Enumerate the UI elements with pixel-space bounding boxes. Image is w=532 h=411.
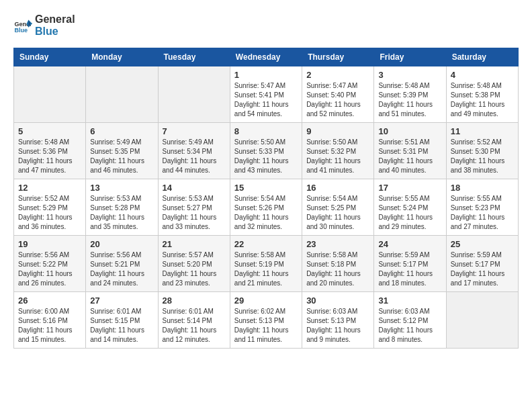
calendar-week-row: 12Sunrise: 5:52 AM Sunset: 5:29 PM Dayli… [14, 179, 519, 236]
day-content: Sunrise: 5:58 AM Sunset: 5:18 PM Dayligh… [306, 250, 369, 288]
day-number: 4 [451, 70, 514, 80]
day-number: 7 [163, 126, 226, 136]
calendar-table: SundayMondayTuesdayWednesdayThursdayFrid… [13, 48, 519, 349]
calendar-cell-empty [158, 66, 230, 123]
calendar-cell-day-23: 23Sunrise: 5:58 AM Sunset: 5:18 PM Dayli… [302, 236, 374, 292]
calendar-cell-day-4: 4Sunrise: 5:48 AM Sunset: 5:38 PM Daylig… [446, 66, 518, 123]
calendar-cell-day-28: 28Sunrise: 6:01 AM Sunset: 5:14 PM Dayli… [158, 292, 230, 349]
day-number: 29 [234, 295, 298, 306]
calendar-cell-empty [446, 292, 518, 349]
calendar-cell-day-25: 25Sunrise: 5:59 AM Sunset: 5:17 PM Dayli… [446, 236, 518, 292]
day-content: Sunrise: 5:53 AM Sunset: 5:28 PM Dayligh… [90, 194, 153, 232]
day-content: Sunrise: 5:49 AM Sunset: 5:35 PM Dayligh… [90, 138, 153, 175]
weekday-header-saturday: Saturday [446, 48, 518, 66]
day-content: Sunrise: 5:59 AM Sunset: 5:17 PM Dayligh… [378, 250, 441, 288]
weekday-header-friday: Friday [374, 48, 446, 66]
day-content: Sunrise: 5:55 AM Sunset: 5:24 PM Dayligh… [378, 194, 441, 232]
day-content: Sunrise: 5:57 AM Sunset: 5:20 PM Dayligh… [163, 250, 226, 288]
calendar-cell-day-29: 29Sunrise: 6:02 AM Sunset: 5:13 PM Dayli… [230, 292, 302, 349]
day-number: 21 [163, 239, 226, 249]
day-content: Sunrise: 5:47 AM Sunset: 5:40 PM Dayligh… [306, 81, 369, 119]
day-content: Sunrise: 6:03 AM Sunset: 5:13 PM Dayligh… [306, 307, 369, 345]
logo: General Blue General Blue [13, 13, 75, 37]
calendar-cell-day-15: 15Sunrise: 5:54 AM Sunset: 5:26 PM Dayli… [230, 179, 302, 236]
weekday-header-monday: Monday [86, 48, 158, 66]
day-number: 25 [451, 239, 514, 249]
weekday-header-sunday: Sunday [14, 48, 86, 66]
day-content: Sunrise: 5:52 AM Sunset: 5:29 PM Dayligh… [18, 194, 81, 232]
calendar-cell-day-11: 11Sunrise: 5:52 AM Sunset: 5:30 PM Dayli… [446, 123, 518, 179]
day-number: 30 [306, 295, 369, 306]
day-number: 10 [378, 126, 441, 136]
day-number: 5 [18, 126, 81, 136]
day-content: Sunrise: 6:01 AM Sunset: 5:14 PM Dayligh… [163, 307, 226, 345]
calendar-cell-day-16: 16Sunrise: 5:54 AM Sunset: 5:25 PM Dayli… [302, 179, 374, 236]
calendar-cell-empty [86, 66, 158, 123]
day-content: Sunrise: 5:54 AM Sunset: 5:25 PM Dayligh… [306, 194, 369, 232]
calendar-cell-day-20: 20Sunrise: 5:56 AM Sunset: 5:21 PM Dayli… [86, 236, 158, 292]
day-number: 23 [306, 239, 369, 249]
calendar-cell-day-22: 22Sunrise: 5:58 AM Sunset: 5:19 PM Dayli… [230, 236, 302, 292]
calendar-cell-day-19: 19Sunrise: 5:56 AM Sunset: 5:22 PM Dayli… [14, 236, 86, 292]
day-content: Sunrise: 6:00 AM Sunset: 5:16 PM Dayligh… [18, 307, 81, 345]
weekday-header-tuesday: Tuesday [158, 48, 230, 66]
calendar-week-row: 1Sunrise: 5:47 AM Sunset: 5:41 PM Daylig… [14, 66, 519, 123]
day-number: 26 [18, 295, 81, 306]
weekday-header-thursday: Thursday [302, 48, 374, 66]
day-number: 9 [306, 126, 369, 136]
calendar-cell-day-18: 18Sunrise: 5:55 AM Sunset: 5:23 PM Dayli… [446, 179, 518, 236]
day-number: 15 [234, 183, 298, 193]
calendar-cell-empty [14, 66, 86, 123]
day-content: Sunrise: 5:49 AM Sunset: 5:34 PM Dayligh… [163, 138, 226, 175]
calendar-cell-day-21: 21Sunrise: 5:57 AM Sunset: 5:20 PM Dayli… [158, 236, 230, 292]
day-number: 14 [163, 183, 226, 193]
calendar-cell-day-3: 3Sunrise: 5:48 AM Sunset: 5:39 PM Daylig… [374, 66, 446, 123]
calendar-cell-day-31: 31Sunrise: 6:03 AM Sunset: 5:12 PM Dayli… [374, 292, 446, 349]
calendar-cell-day-1: 1Sunrise: 5:47 AM Sunset: 5:41 PM Daylig… [230, 66, 302, 123]
day-number: 22 [234, 239, 298, 249]
calendar-header-row: SundayMondayTuesdayWednesdayThursdayFrid… [14, 48, 519, 66]
calendar-cell-day-13: 13Sunrise: 5:53 AM Sunset: 5:28 PM Dayli… [86, 179, 158, 236]
calendar-cell-day-14: 14Sunrise: 5:53 AM Sunset: 5:27 PM Dayli… [158, 179, 230, 236]
day-number: 2 [306, 70, 369, 80]
calendar-cell-day-12: 12Sunrise: 5:52 AM Sunset: 5:29 PM Dayli… [14, 179, 86, 236]
calendar-cell-day-8: 8Sunrise: 5:50 AM Sunset: 5:33 PM Daylig… [230, 123, 302, 179]
calendar-cell-day-30: 30Sunrise: 6:03 AM Sunset: 5:13 PM Dayli… [302, 292, 374, 349]
day-number: 6 [90, 126, 153, 136]
day-content: Sunrise: 5:56 AM Sunset: 5:22 PM Dayligh… [18, 250, 81, 288]
calendar-cell-day-5: 5Sunrise: 5:48 AM Sunset: 5:36 PM Daylig… [14, 123, 86, 179]
day-content: Sunrise: 5:53 AM Sunset: 5:27 PM Dayligh… [163, 194, 226, 232]
calendar-cell-day-9: 9Sunrise: 5:50 AM Sunset: 5:32 PM Daylig… [302, 123, 374, 179]
day-number: 20 [90, 239, 153, 249]
day-content: Sunrise: 5:56 AM Sunset: 5:21 PM Dayligh… [90, 250, 153, 288]
day-content: Sunrise: 5:58 AM Sunset: 5:19 PM Dayligh… [234, 250, 298, 288]
day-content: Sunrise: 5:59 AM Sunset: 5:17 PM Dayligh… [451, 250, 514, 288]
logo-icon: General Blue [13, 16, 32, 35]
calendar-cell-day-7: 7Sunrise: 5:49 AM Sunset: 5:34 PM Daylig… [158, 123, 230, 179]
calendar-cell-day-6: 6Sunrise: 5:49 AM Sunset: 5:35 PM Daylig… [86, 123, 158, 179]
day-content: Sunrise: 5:50 AM Sunset: 5:33 PM Dayligh… [234, 138, 298, 175]
calendar-week-row: 26Sunrise: 6:00 AM Sunset: 5:16 PM Dayli… [14, 292, 519, 349]
day-content: Sunrise: 6:01 AM Sunset: 5:15 PM Dayligh… [90, 307, 153, 345]
page-header: General Blue General Blue [13, 13, 519, 37]
calendar-cell-day-10: 10Sunrise: 5:51 AM Sunset: 5:31 PM Dayli… [374, 123, 446, 179]
day-number: 18 [451, 183, 514, 193]
svg-text:Blue: Blue [14, 26, 28, 33]
day-content: Sunrise: 5:50 AM Sunset: 5:32 PM Dayligh… [306, 138, 369, 175]
day-content: Sunrise: 6:03 AM Sunset: 5:12 PM Dayligh… [378, 307, 441, 345]
day-content: Sunrise: 5:48 AM Sunset: 5:38 PM Dayligh… [451, 81, 514, 119]
calendar-week-row: 5Sunrise: 5:48 AM Sunset: 5:36 PM Daylig… [14, 123, 519, 179]
day-number: 17 [378, 183, 441, 193]
day-number: 19 [18, 239, 81, 249]
day-number: 3 [378, 70, 441, 80]
logo-blue-text: Blue [35, 26, 75, 38]
day-number: 12 [18, 183, 81, 193]
day-content: Sunrise: 5:48 AM Sunset: 5:36 PM Dayligh… [18, 138, 81, 175]
day-number: 28 [163, 295, 226, 306]
day-number: 27 [90, 295, 153, 306]
calendar-cell-day-27: 27Sunrise: 6:01 AM Sunset: 5:15 PM Dayli… [86, 292, 158, 349]
day-content: Sunrise: 5:48 AM Sunset: 5:39 PM Dayligh… [378, 81, 441, 119]
day-number: 16 [306, 183, 369, 193]
calendar-week-row: 19Sunrise: 5:56 AM Sunset: 5:22 PM Dayli… [14, 236, 519, 292]
day-number: 24 [378, 239, 441, 249]
